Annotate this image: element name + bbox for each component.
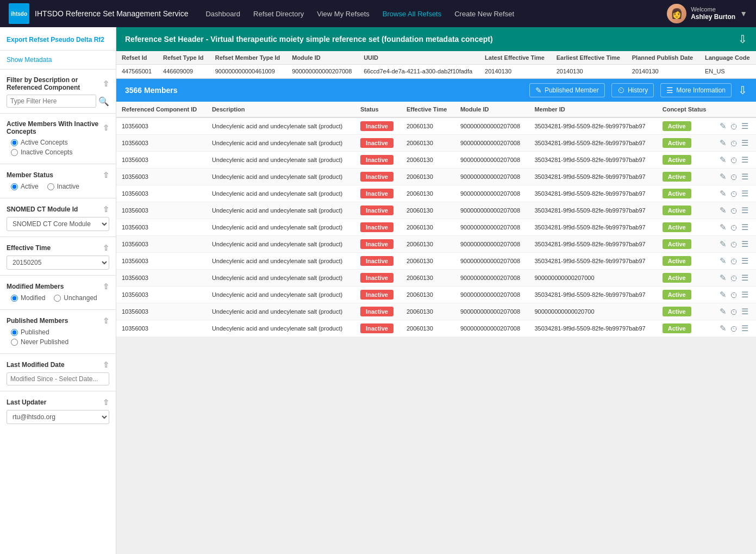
edit-icon[interactable]: ✎ xyxy=(720,172,727,182)
show-metadata-link[interactable]: Show Metadata xyxy=(0,53,116,67)
meta-language-code: EN_US xyxy=(699,65,756,78)
radio-unchanged[interactable]: Unchanged xyxy=(54,294,97,302)
history-icon[interactable]: ⏲ xyxy=(730,307,738,316)
history-icon[interactable]: ⏲ xyxy=(730,122,738,131)
history-icon[interactable]: ⏲ xyxy=(730,324,738,333)
info-icon[interactable]: ☰ xyxy=(741,239,748,249)
meta-refset-id: 447565001 xyxy=(116,65,158,78)
info-icon[interactable]: ☰ xyxy=(741,121,748,131)
edit-icon[interactable]: ✎ xyxy=(720,256,727,266)
cell-effective-time: 20060130 xyxy=(401,169,455,185)
active-members-upload-icon[interactable]: ⇧ xyxy=(103,123,109,132)
info-icon[interactable]: ☰ xyxy=(741,172,748,182)
nav-browse-all-refsets[interactable]: Browse All Refsets xyxy=(378,8,446,20)
effective-time-section-header: Effective Time ⇧ xyxy=(0,239,116,254)
nav-refset-directory[interactable]: Refset Directory xyxy=(249,8,308,20)
members-download-button[interactable]: ⇩ xyxy=(738,84,747,97)
info-icon[interactable]: ☰ xyxy=(741,189,748,198)
more-info-button[interactable]: ☰ More Information xyxy=(660,83,732,97)
edit-icon[interactable]: ✎ xyxy=(720,307,727,316)
status-badge: Inactive xyxy=(360,256,393,266)
edit-icon[interactable]: ✎ xyxy=(720,138,727,148)
modified-members-upload-icon[interactable]: ⇧ xyxy=(103,282,109,291)
edit-icon[interactable]: ✎ xyxy=(720,239,727,249)
info-icon[interactable]: ☰ xyxy=(741,290,748,300)
history-icon[interactable]: ⏲ xyxy=(730,139,738,148)
cell-module-id: 900000000000207008 xyxy=(455,320,529,337)
radio-active-concepts[interactable]: Active Concepts xyxy=(11,139,109,146)
info-icon[interactable]: ☰ xyxy=(741,256,748,266)
radio-modified[interactable]: Modified xyxy=(11,294,45,302)
cell-effective-time: 20060130 xyxy=(401,303,455,320)
cell-module-id: 900000000000207008 xyxy=(455,117,529,135)
history-icon[interactable]: ⏲ xyxy=(730,172,738,182)
table-row: 10356003 Undecylenic acid and undecylena… xyxy=(116,320,756,337)
content-area: Reference Set Header - Virtual therapeut… xyxy=(116,27,756,554)
last-updater-upload-icon[interactable]: ⇧ xyxy=(103,398,109,407)
clock-icon: ⏲ xyxy=(617,86,625,95)
info-icon[interactable]: ☰ xyxy=(741,155,748,165)
radio-published[interactable]: Published xyxy=(11,328,109,336)
action-icons: ✎ ⏲ ☰ xyxy=(720,206,751,215)
edit-icon[interactable]: ✎ xyxy=(720,189,727,198)
filter-upload-icon[interactable]: ⇧ xyxy=(103,79,109,88)
search-button[interactable]: 🔍 xyxy=(98,96,109,107)
cell-actions: ✎ ⏲ ☰ xyxy=(714,253,756,270)
history-icon[interactable]: ⏲ xyxy=(730,189,738,198)
radio-never-published[interactable]: Never Published xyxy=(11,338,109,346)
edit-icon[interactable]: ✎ xyxy=(720,323,727,333)
edit-icon[interactable]: ✎ xyxy=(720,206,727,215)
info-icon[interactable]: ☰ xyxy=(741,273,748,283)
snomed-module-upload-icon[interactable]: ⇧ xyxy=(103,205,109,214)
dt-col-module-id: Module ID xyxy=(455,102,529,117)
concept-status-badge: Active xyxy=(663,138,691,148)
info-icon[interactable]: ☰ xyxy=(741,206,748,215)
history-button[interactable]: ⏲ History xyxy=(611,83,654,97)
nav-view-my-refsets[interactable]: View My Refsets xyxy=(313,8,374,20)
radio-inactive-concepts[interactable]: Inactive Concepts xyxy=(11,148,109,156)
history-icon[interactable]: ⏲ xyxy=(730,223,738,232)
edit-icon[interactable]: ✎ xyxy=(720,273,727,283)
nav-dashboard[interactable]: Dashboard xyxy=(201,8,245,20)
edit-icon[interactable]: ✎ xyxy=(720,290,727,300)
table-row: 10356003 Undecylenic acid and undecylena… xyxy=(116,303,756,320)
nav-create-new-refset[interactable]: Create New Refset xyxy=(450,8,518,20)
last-modified-upload-icon[interactable]: ⇧ xyxy=(103,360,109,369)
cell-member-id: 900000000000020700 xyxy=(529,303,657,320)
history-icon[interactable]: ⏲ xyxy=(730,257,738,266)
member-status-upload-icon[interactable]: ⇧ xyxy=(103,171,109,179)
edit-icon[interactable]: ✎ xyxy=(720,121,727,131)
refset-download-button[interactable]: ⇩ xyxy=(738,33,747,46)
cell-status: Inactive xyxy=(355,253,401,270)
last-updater-select[interactable]: rtu@ihtsdo.org xyxy=(7,410,109,424)
effective-time-upload-icon[interactable]: ⇧ xyxy=(103,244,109,252)
user-menu-chevron[interactable]: ▼ xyxy=(740,9,747,18)
history-icon[interactable]: ⏲ xyxy=(730,290,738,300)
history-icon[interactable]: ⏲ xyxy=(730,273,738,283)
concept-status-badge: Active xyxy=(663,121,691,131)
search-input[interactable] xyxy=(7,95,96,108)
last-updater-label: Last Updater xyxy=(7,399,46,406)
published-members-group: Published Never Published xyxy=(0,327,116,351)
effective-time-select[interactable]: 20150205 xyxy=(7,256,109,270)
last-modified-input[interactable] xyxy=(7,372,109,385)
concept-status-badge: Active xyxy=(663,273,691,283)
published-member-button[interactable]: ✎ Published Member xyxy=(529,83,605,97)
edit-icon[interactable]: ✎ xyxy=(720,155,727,165)
snomed-module-select[interactable]: SNOMED CT Core Module xyxy=(7,217,109,231)
export-refset-link[interactable]: Export Refset Pseudo Delta Rf2 xyxy=(0,32,116,48)
radio-inactive-status[interactable]: Inactive xyxy=(47,183,79,190)
history-icon[interactable]: ⏲ xyxy=(730,155,738,165)
history-icon[interactable]: ⏲ xyxy=(730,240,738,249)
info-icon[interactable]: ☰ xyxy=(741,222,748,232)
radio-active-status[interactable]: Active xyxy=(11,183,39,190)
info-icon[interactable]: ☰ xyxy=(741,307,748,316)
edit-icon[interactable]: ✎ xyxy=(720,222,727,232)
published-members-upload-icon[interactable]: ⇧ xyxy=(103,316,109,325)
dt-col-concept-status: Concept Status xyxy=(657,102,715,117)
nav-links: Dashboard Refset Directory View My Refse… xyxy=(201,8,667,20)
divider-5 xyxy=(0,198,116,198)
history-icon[interactable]: ⏲ xyxy=(730,206,738,215)
info-icon[interactable]: ☰ xyxy=(741,323,748,333)
info-icon[interactable]: ☰ xyxy=(741,138,748,148)
